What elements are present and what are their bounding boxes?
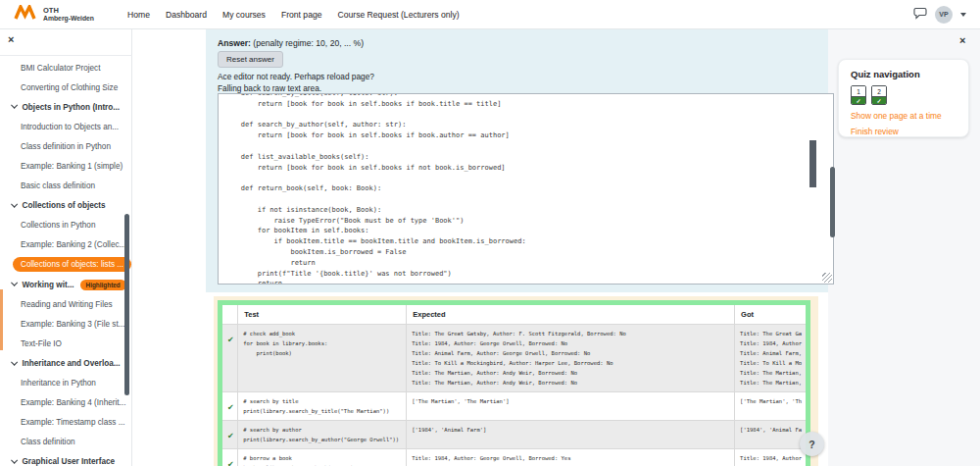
sidebar-item[interactable]: Example: Banking 1 (simple)	[0, 156, 132, 176]
sidebar-item[interactable]: Class definition in Python	[0, 136, 132, 156]
help-icon[interactable]: ?	[800, 432, 824, 456]
question-1-button[interactable]: 1 ✓	[851, 85, 866, 105]
ace-warning-text: Ace editor not ready. Perhaps reload pag…	[218, 72, 374, 81]
expected-cell: ['1984', 'Animal Farm']	[412, 425, 729, 435]
check-icon: ✓	[852, 97, 865, 105]
sidebar-divider	[0, 55, 132, 56]
sidebar-item[interactable]: Introduction to Objects an...	[0, 117, 132, 136]
answer-heading: Answer: (penalty regime: 10, 20, ... %)	[218, 38, 364, 48]
sidebar-scrollbar[interactable]	[124, 214, 129, 395]
course-index-drawer: × BMI Calculator Project Converting of C…	[0, 29, 132, 466]
test-cell: # borrow a book book = library.borrow_bo…	[243, 453, 401, 466]
chevron-down-icon	[11, 280, 17, 285]
table-row: ✔ # borrow a book book = library.borrow_…	[220, 449, 808, 466]
nav-link-dashboard[interactable]: Dashboard	[166, 10, 207, 20]
table-row: ✔ # check add_book for book in library.b…	[220, 325, 808, 392]
sidebar-item-active[interactable]: Collections of objects: lists ...	[0, 255, 132, 275]
question-number: 1	[852, 86, 865, 97]
expected-cell: ['The Martian', 'The Martian']	[412, 396, 729, 406]
messages-icon[interactable]	[913, 6, 927, 24]
sidebar-item[interactable]: Example: Banking 2 (Collec...	[0, 235, 132, 255]
penalty-regime-text: (penalty regime: 10, 20, ... %)	[253, 38, 364, 48]
user-avatar[interactable]: VP	[935, 6, 953, 24]
page: OTH Amberg-Weiden Home Dashboard My cour…	[0, 0, 980, 466]
chevron-down-icon	[11, 201, 17, 207]
sidebar-item[interactable]: Reading and Writing Files	[0, 294, 132, 314]
got-column-header: Got	[735, 303, 808, 325]
nav-link-front-page[interactable]: Front page	[281, 10, 322, 20]
sidebar-item[interactable]: Basic class definition	[0, 177, 132, 196]
question-2-button[interactable]: 2 ✓	[871, 85, 887, 105]
brand-text: OTH Amberg-Weiden	[43, 7, 94, 22]
results-header-row: Test Expected Got	[220, 303, 808, 325]
sidebar-item[interactable]: Example: Banking 3 (File st...	[0, 314, 132, 334]
check-icon: ✔	[227, 336, 234, 344]
close-icon[interactable]: ×	[959, 35, 965, 46]
answer-code: def search_by_title(self, title: str): r…	[224, 93, 833, 285]
table-row: ✔ # search by title print(library.search…	[220, 392, 808, 421]
sidebar-section[interactable]: Collections of objects	[0, 196, 132, 216]
question-number: 2	[872, 86, 886, 97]
show-one-page-link[interactable]: Show one page at a time	[851, 111, 956, 121]
fallback-warning-text: Falling back to raw text area.	[218, 83, 321, 93]
check-icon: ✔	[227, 403, 234, 412]
sidebar-section[interactable]: Graphical User Interface	[0, 452, 132, 466]
sidebar-section-highlighted[interactable]: Working wit...Highlighted	[0, 275, 132, 294]
test-cell: # search by author print(library.search_…	[243, 425, 401, 444]
reset-answer-button[interactable]: Reset answer	[218, 51, 283, 68]
got-cell: Title: The Great Ga Title: 1984, Author …	[740, 329, 801, 388]
expected-cell: Title: 1984, Author: George Orwell, Borr…	[412, 453, 729, 463]
sidebar-item[interactable]: Example: Banking 4 (Inherit...	[0, 393, 132, 413]
sidebar-item[interactable]: BMI Calculator Project	[0, 58, 132, 78]
chevron-down-icon	[11, 457, 17, 463]
quiz-navigation-title: Quiz navigation	[851, 69, 956, 79]
check-icon: ✔	[227, 460, 234, 466]
quiz-navigation-card: Quiz navigation 1 ✓ 2 ✓ Show one page at…	[838, 59, 969, 137]
table-row: ✔ # search by author print(library.searc…	[220, 421, 808, 449]
chevron-down-icon	[11, 359, 17, 365]
sidebar-item[interactable]: Collections in Python	[0, 216, 132, 235]
navbar-right: VP	[913, 6, 980, 24]
got-cell: Title: 1984, Author	[740, 453, 801, 463]
top-navbar: OTH Amberg-Weiden Home Dashboard My cour…	[0, 0, 980, 29]
brand-line2: Amberg-Weiden	[43, 15, 94, 22]
sidebar-item[interactable]: Converting of Clothing Size	[0, 78, 132, 97]
sidebar-item[interactable]: Inheritance in Python	[0, 374, 132, 393]
nav-link-course-request[interactable]: Course Request (Lecturers only)	[338, 10, 460, 20]
nav-links: Home Dashboard My courses Front page Cou…	[127, 10, 460, 20]
sidebar-item[interactable]: Class definition	[0, 433, 132, 452]
test-results-outcome: Test Expected Got ✔ # check add_book for…	[214, 296, 818, 466]
answer-label: Answer:	[218, 38, 251, 48]
nav-link-my-courses[interactable]: My courses	[222, 10, 266, 20]
course-index-list: BMI Calculator Project Converting of Clo…	[0, 58, 132, 466]
brand-line1: OTH	[43, 7, 94, 15]
test-cell: # check add_book for book in library.boo…	[243, 329, 401, 358]
sidebar-item[interactable]: Example: Timestamp class ...	[0, 413, 132, 433]
finish-review-link[interactable]: Finish review	[851, 127, 956, 136]
check-icon: ✔	[227, 432, 234, 440]
highlighted-badge: Highlighted	[80, 280, 126, 290]
question-buttons: 1 ✓ 2 ✓	[851, 85, 956, 105]
sidebar-item[interactable]: Text-File IO	[0, 334, 132, 353]
textarea-scrollbar[interactable]	[809, 140, 816, 187]
content-scrollbar[interactable]	[830, 167, 835, 237]
nav-link-home[interactable]: Home	[127, 10, 150, 20]
sidebar-section[interactable]: Objects in Python (Intro...	[0, 97, 132, 117]
chevron-down-icon	[11, 103, 17, 109]
question-answer-block: Answer: (penalty regime: 10, 20, ... %) …	[206, 29, 828, 292]
expected-cell: Title: The Great Gatsby, Author: F. Scot…	[412, 329, 729, 388]
check-icon: ✓	[872, 97, 886, 105]
test-column-header: Test	[238, 303, 407, 325]
test-cell: # search by title print(library.search_b…	[243, 396, 401, 416]
close-icon[interactable]: ×	[8, 34, 14, 45]
chevron-down-icon[interactable]	[960, 13, 966, 17]
expected-column-header: Expected	[407, 303, 735, 325]
resize-grip[interactable]	[822, 273, 832, 283]
got-cell: ['1984', 'Animal Fa	[740, 425, 801, 435]
answer-textarea[interactable]: def search_by_title(self, title: str): r…	[218, 93, 834, 285]
oth-logo-icon	[14, 5, 37, 25]
got-cell: ['The Martian', 'Th	[740, 396, 801, 406]
brand-logo[interactable]: OTH Amberg-Weiden	[0, 5, 94, 25]
status-column-header	[220, 303, 238, 325]
sidebar-section[interactable]: Inheritance and Overloa...	[0, 353, 132, 373]
